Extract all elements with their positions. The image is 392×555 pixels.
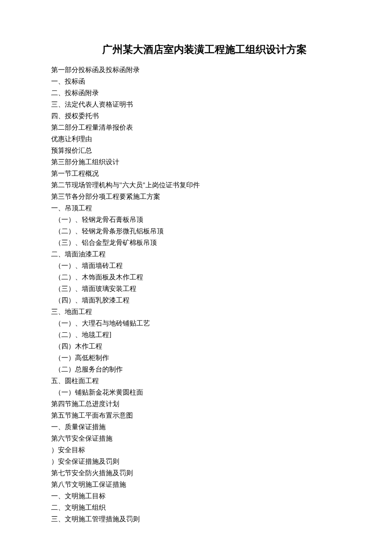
toc-line: 二、墙面油漆工程: [51, 248, 341, 260]
toc-line: 四、授权委托书: [51, 110, 341, 122]
toc-line: 一、吊顶工程: [51, 202, 341, 214]
toc-line: 三、地面工程: [51, 306, 341, 317]
toc-line: 第四节施工总进度计划: [51, 398, 341, 410]
toc-line: （三）、铝合金型龙骨矿棉板吊顶: [51, 237, 341, 248]
toc-line: （三）、墙面玻璃安装工程: [51, 283, 341, 294]
toc-line: （一）、轻钢龙骨石膏板吊顶: [51, 214, 341, 225]
toc-line: 第八节文明施工保证措施: [51, 479, 341, 490]
toc-line: 二、文明施工组织: [51, 502, 341, 513]
toc-line: （四）木作工程: [51, 340, 341, 352]
toc-line: 三、法定代表人资格证明书: [51, 99, 341, 110]
toc-line: 三、文明施工管理措施及罚则: [51, 513, 341, 525]
toc-line: ）安全目标: [51, 444, 341, 456]
toc-line: 第六节安全保证措施: [51, 433, 341, 444]
toc-line: 第一节工程概况: [51, 168, 341, 179]
document-title: 广州某大酒店室内装潢工程施工组织设计方案: [68, 43, 341, 56]
toc-line: 第二节现场管理机构与"六大员"上岗位证书复印件: [51, 179, 341, 191]
toc-line: 第五节施工平面布置示意图: [51, 410, 341, 421]
toc-line: （二）总服务台的制作: [51, 363, 341, 375]
toc-line: 第三节各分部分项工程要紧施工方案: [51, 191, 341, 202]
toc-line: 一、文明施工目标: [51, 490, 341, 502]
toc-line: 一、投标函: [51, 76, 341, 87]
toc-line: （一）铺贴新金花米黄圆柱面: [51, 386, 341, 398]
toc-line: （二）、地毯工程]: [51, 329, 341, 340]
toc-line: 第三部分施工组织设计: [51, 156, 341, 168]
toc-line: （四）、墙面乳胶漆工程: [51, 294, 341, 306]
toc-line: 第七节安全防火措施及罚则: [51, 467, 341, 479]
toc-line: 预算报价汇总: [51, 145, 341, 156]
toc-line: ）安全保证措施及罚则: [51, 456, 341, 467]
toc-line: （一）、墙面墙砖工程: [51, 260, 341, 271]
toc-line: （一）、大理石与地砖铺贴工艺: [51, 317, 341, 329]
toc-line: （一）高低柜制作: [51, 352, 341, 363]
toc-line: 第二部分工程量清单报价表: [51, 122, 341, 133]
document-body: 第一部分投标函及投标函附录 一、投标函 二、投标函附录 三、法定代表人资格证明书…: [51, 64, 341, 525]
toc-line: 二、投标函附录: [51, 87, 341, 99]
toc-line: 一、质量保证措施: [51, 421, 341, 433]
toc-line: 优惠让利理由: [51, 133, 341, 145]
toc-line: 五、圆柱面工程: [51, 375, 341, 386]
toc-line: （二）、轻钢龙骨条形微孔铝板吊顶: [51, 225, 341, 237]
toc-line: 第一部分投标函及投标函附录: [51, 64, 341, 76]
toc-line: （二）、木饰面板及木作工程: [51, 271, 341, 283]
